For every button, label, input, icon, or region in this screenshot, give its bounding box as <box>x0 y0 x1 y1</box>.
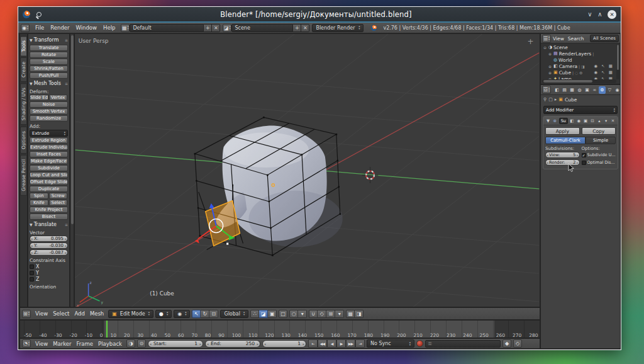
lock-frame-icon[interactable]: ⊙ <box>137 339 146 348</box>
viewport-3d[interactable]: z y x User Persp (1) Cube + <box>74 33 540 307</box>
sync-mode-select[interactable]: No Sync▴▾ <box>367 339 414 348</box>
cage-edit-icon[interactable]: ⊡ <box>590 118 596 123</box>
add-layout-button[interactable]: + <box>204 24 212 32</box>
view-subdivisions-field[interactable]: View: 5 <box>545 152 580 158</box>
minimize-button[interactable]: ∨ <box>585 11 595 18</box>
expand-icon[interactable]: ⊕ <box>548 64 552 69</box>
menu-item[interactable]: Render <box>47 25 72 31</box>
screen-layout-icon[interactable]: ▦▴▾ <box>121 24 130 32</box>
menu-item[interactable]: View <box>33 310 50 317</box>
mesh-tools-panel-header[interactable]: ▼ Mesh Tools ≡ <box>30 80 68 87</box>
use-preview-range-icon[interactable]: ◑ <box>126 339 135 348</box>
shelf-tab[interactable]: Create <box>20 57 27 82</box>
properties-tab-icon[interactable]: ▤ <box>561 86 568 94</box>
tool-button[interactable]: Extrude Individual <box>30 144 68 151</box>
axis-checkbox-row[interactable]: X <box>30 263 68 270</box>
remove-scene-button[interactable]: ✕ <box>301 24 309 32</box>
properties-tab-icon[interactable]: ◉ <box>614 86 621 94</box>
properties-tab-icon[interactable]: ▣ <box>584 86 591 94</box>
outliner-row[interactable]: ⊕ ▣ Cube | ◌ ⚙ ◉ ↖ ▦ <box>542 69 619 76</box>
open-properties-region-button[interactable]: + <box>527 37 533 46</box>
menu-item[interactable]: View <box>33 341 50 347</box>
datablock-name[interactable]: Cube <box>559 70 571 76</box>
outliner-hscrollbar[interactable] <box>542 79 616 83</box>
simple-button[interactable]: Simple <box>586 137 616 144</box>
axis-checkbox-row[interactable]: Y <box>30 270 68 276</box>
outliner-row[interactable]: ◍ World <box>542 57 619 63</box>
playback-button[interactable]: ⇥ <box>355 339 365 348</box>
tool-button[interactable]: Knife Project <box>30 207 68 213</box>
breadcrumb-object-name[interactable]: Cube <box>565 97 577 103</box>
axis-checkbox-row[interactable]: Z <box>30 276 68 282</box>
proportional-falloff-icon[interactable]: ▾ <box>298 310 307 318</box>
subdivide-uvs-option[interactable]: ✓ Subdivide U... <box>582 152 616 158</box>
checkbox-icon[interactable] <box>30 264 34 269</box>
tool-button[interactable]: Make Edge/Face <box>30 158 68 164</box>
remove-layout-button[interactable]: ✕ <box>212 24 220 32</box>
collapse-triangle-icon[interactable]: ▼ <box>545 118 551 123</box>
rotate-manipulator-button[interactable]: ↻ <box>201 310 209 318</box>
tool-button[interactable]: Select <box>49 200 68 206</box>
viewport-editor-type-icon[interactable]: ⊞▴▾ <box>22 310 31 318</box>
add-modifier-select[interactable]: Add Modifier ▴▾ <box>543 106 618 114</box>
datablock-name[interactable]: Camera <box>559 64 577 69</box>
menu-item[interactable]: View <box>553 36 564 42</box>
scene-value[interactable]: Scene <box>231 24 293 32</box>
properties-tab-icon[interactable]: ◧ <box>553 86 560 94</box>
delete-modifier-icon[interactable]: ✕ <box>610 118 616 123</box>
add-scene-button[interactable]: + <box>293 24 301 32</box>
panel-drag-icon[interactable]: ≡ <box>65 81 68 86</box>
playback-button[interactable]: ▶▶ <box>346 339 355 348</box>
info-editor-type-icon[interactable]: ◉▴▾ <box>21 24 30 32</box>
proportional-edit-icon[interactable]: ○ <box>289 310 298 318</box>
modifier-name-field[interactable]: Su <box>559 118 568 124</box>
expand-icon[interactable]: ⊖ <box>543 45 547 50</box>
outliner-row[interactable]: ⊕ ◧ Camera | ◨ ◉ ↖ ▦ <box>542 63 619 69</box>
translate-manipulator-button[interactable]: ↖ <box>192 310 201 318</box>
tool-button[interactable]: Slide Ed <box>30 94 48 101</box>
menu-item[interactable]: Frame <box>74 341 96 347</box>
move-modifier-down-icon[interactable]: ▾ <box>603 118 609 123</box>
tool-button[interactable]: Rotate <box>30 52 68 58</box>
timeline-ruler[interactable]: -50-40-30-20-100102030405060708090100110… <box>19 320 540 338</box>
menu-item[interactable]: File <box>32 25 47 31</box>
tool-button[interactable]: Extrude Region <box>30 137 68 144</box>
properties-editor-type-icon[interactable]: ☲▴▾ <box>542 86 551 94</box>
checkbox-icon[interactable] <box>30 271 34 275</box>
menu-item[interactable]: Playback <box>96 341 125 347</box>
properties-tab-icon[interactable]: ⚙ <box>599 86 606 94</box>
menu-item[interactable]: Window <box>73 25 101 31</box>
properties-tab-icon[interactable]: ∞ <box>591 86 598 94</box>
playback-button[interactable]: ◀◀ <box>318 339 327 348</box>
optimal-display-option[interactable]: Optimal Dis... <box>582 159 616 166</box>
apply-modifier-button[interactable]: Apply <box>545 127 580 135</box>
tool-button[interactable]: Spin <box>30 193 48 199</box>
properties-tab-icon[interactable]: ▽ <box>606 86 613 94</box>
tool-button[interactable]: Loop Cut and Slide <box>30 172 68 178</box>
translate-panel-header[interactable]: ▼ Translate ≡ <box>30 221 68 228</box>
tool-button[interactable]: Screw <box>49 193 68 199</box>
vertex-select-icon[interactable]: ∴ <box>250 310 259 318</box>
catmull-clark-button[interactable]: Catmull-Clark <box>545 137 586 144</box>
snap-magnet-icon[interactable]: ∪ <box>309 310 318 318</box>
tool-button[interactable]: Duplicate <box>30 186 68 192</box>
edit-mode-visibility-icon[interactable]: ▣ <box>583 118 589 123</box>
snap-element-icon[interactable]: ◇ <box>318 310 326 318</box>
tool-button[interactable]: Scale <box>30 59 68 65</box>
outliner-editor-type-icon[interactable]: ☰▴▾ <box>542 35 551 43</box>
end-frame-field[interactable]: End: 250 <box>205 340 260 348</box>
opengl-render-icon[interactable]: ▦ <box>346 310 355 318</box>
tool-button[interactable]: Shrink/Fatten <box>30 65 68 72</box>
pin-id-icon[interactable]: ⚲ <box>543 97 547 102</box>
playback-button[interactable]: ▶ <box>336 339 346 348</box>
scene-selector-icon[interactable]: ◪▴▾ <box>223 24 231 32</box>
shelf-tab[interactable]: Grease Pencil <box>20 155 27 196</box>
tool-button[interactable]: Bisect <box>30 213 68 220</box>
menu-item[interactable]: Add <box>72 310 87 317</box>
checkbox-icon[interactable] <box>30 277 34 282</box>
tool-button[interactable]: Smooth Vertex <box>30 108 68 115</box>
face-select-icon[interactable]: ▣ <box>268 310 277 318</box>
menu-item[interactable]: Help <box>100 25 118 31</box>
expand-icon[interactable]: ⊕ <box>548 52 552 56</box>
playback-button[interactable]: ◀ <box>327 339 336 348</box>
